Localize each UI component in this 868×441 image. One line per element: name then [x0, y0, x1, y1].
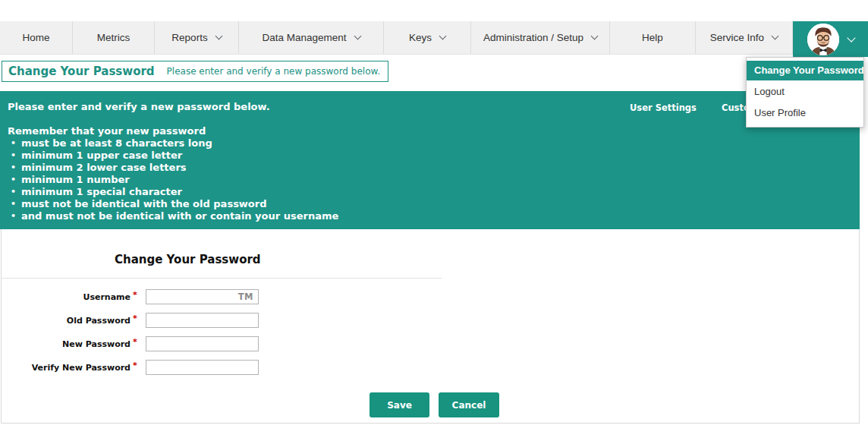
new-password-label: New Password [2, 339, 131, 349]
menu-item-user-profile[interactable]: User Profile [747, 102, 863, 124]
user-dropdown-menu: Change Your Password Logout User Profile [746, 57, 864, 128]
menu-item-logout[interactable]: Logout [747, 80, 863, 102]
change-password-form: Change Your Password Username * Old Pass… [1, 229, 860, 424]
nav-label: Service Info [710, 32, 764, 43]
form-row-old-password: Old Password * [2, 313, 259, 328]
avatar [807, 24, 839, 55]
form-row-new-password: New Password * [2, 336, 259, 351]
nav-item-home[interactable]: Home [0, 21, 73, 54]
username-field[interactable] [146, 289, 259, 304]
banner-links: User Settings Custom [630, 102, 759, 113]
password-rule: and must not be identical with or contai… [8, 210, 338, 222]
chevron-down-icon [215, 33, 222, 40]
save-button[interactable]: Save [370, 392, 429, 417]
password-rule: minimum 1 special character [8, 186, 338, 198]
required-marker: * [133, 361, 138, 370]
nav-item-help[interactable]: Help [610, 21, 696, 54]
verify-new-password-label: Verify New Password [2, 363, 131, 373]
password-rule: must be at least 8 characters long [8, 137, 338, 150]
nav-label: Metrics [97, 32, 131, 43]
banner-intro: Please enter and verify a new password b… [8, 101, 270, 112]
divider [2, 278, 442, 279]
required-marker: * [133, 337, 138, 347]
main-nav: Home Metrics Reports Data Management Key… [0, 21, 868, 55]
nav-item-keys[interactable]: Keys [384, 21, 471, 54]
user-menu-button[interactable] [793, 21, 868, 57]
chevron-down-icon [591, 33, 599, 40]
password-rules-banner: Please enter and verify a new password b… [0, 91, 860, 229]
chevron-down-icon [772, 33, 779, 40]
nav-label: Data Management [262, 32, 346, 43]
password-rules-list: must be at least 8 characters long minim… [8, 137, 338, 222]
banner-reminder-title: Remember that your new password [8, 125, 206, 137]
nav-item-service-info[interactable]: Service Info [696, 21, 793, 54]
username-label: Username [2, 292, 131, 302]
nav-label: Home [22, 32, 49, 43]
password-rule: must not be identical with the old passw… [8, 198, 338, 210]
nav-item-reports[interactable]: Reports [155, 21, 239, 54]
new-password-field[interactable] [146, 336, 259, 351]
page-title-bar: Change Your Password Please enter and ve… [2, 61, 388, 82]
form-row-verify-new-password: Verify New Password * [2, 360, 259, 375]
nav-item-data-management[interactable]: Data Management [239, 21, 384, 54]
nav-item-administration-setup[interactable]: Administration / Setup [471, 21, 610, 54]
chevron-down-icon [439, 33, 447, 40]
required-marker: * [133, 313, 138, 323]
page-title: Change Your Password [8, 65, 155, 78]
chevron-down-icon [354, 33, 361, 40]
nav-label: Keys [409, 32, 432, 43]
cancel-button[interactable]: Cancel [439, 392, 499, 417]
old-password-label: Old Password [2, 316, 131, 326]
password-rule: minimum 1 upper case letter [8, 150, 338, 162]
nav-label: Help [642, 32, 663, 43]
nav-label: Reports [171, 32, 207, 43]
verify-new-password-field[interactable] [146, 360, 259, 375]
form-actions: Save Cancel [370, 392, 499, 417]
nav-label: Administration / Setup [483, 32, 583, 43]
old-password-field[interactable] [146, 313, 259, 328]
user-settings-link[interactable]: User Settings [630, 102, 697, 113]
avatar-illustration [807, 24, 839, 55]
password-rule: minimum 1 number [8, 174, 338, 186]
page-subtitle: Please enter and verify a new password b… [167, 66, 380, 77]
menu-item-change-password[interactable]: Change Your Password [747, 61, 863, 80]
required-marker: * [133, 290, 138, 300]
form-heading: Change Your Password [115, 253, 261, 266]
password-rule: minimum 2 lower case letters [8, 162, 338, 174]
chevron-down-icon [847, 33, 855, 42]
nav-item-metrics[interactable]: Metrics [73, 21, 155, 54]
form-row-username: Username * [2, 289, 259, 304]
